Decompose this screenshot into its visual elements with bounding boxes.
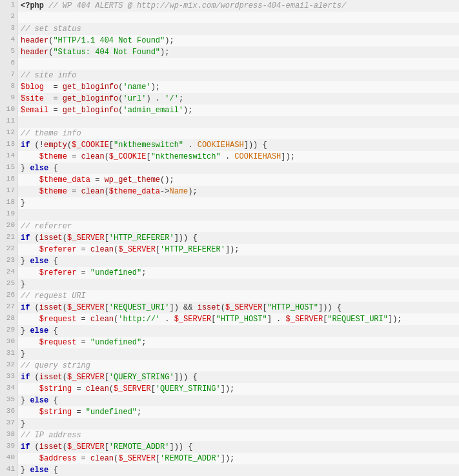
code-line: 39 if (isset($_SERVER['REMOTE_ADDR'])) { [0, 441, 459, 453]
line-number: 9 [0, 93, 18, 104]
line-number: 8 [0, 81, 18, 93]
line-number: 29 [0, 325, 18, 337]
line-number: 27 [0, 302, 18, 313]
code-line: 23 } else { [0, 255, 459, 267]
code-line: 1 <?php // WP 404 ALERTS @ http://wp-mix… [0, 0, 459, 12]
code-line: 8 $blog = get_bloginfo('name'); [0, 81, 459, 93]
code-line: 17 $theme = clean($theme_data->Name); [0, 186, 459, 197]
code-line: 34 $string = clean($_SERVER['QUERY_STRIN… [0, 383, 459, 395]
line-number: 1 [0, 0, 18, 12]
line-content: $referer = clean($_SERVER['HTTP_REFERER'… [18, 244, 459, 255]
line-content: } [18, 279, 459, 290]
line-number: 36 [0, 406, 18, 418]
line-content: // set status [18, 23, 459, 35]
line-number: 11 [0, 116, 18, 128]
code-line: 15 } else { [0, 163, 459, 174]
line-content: } [18, 348, 459, 360]
code-container: 1 <?php // WP 404 ALERTS @ http://wp-mix… [0, 0, 459, 476]
line-content: // query string [18, 360, 459, 372]
line-number: 12 [0, 128, 18, 139]
line-number: 18 [0, 197, 18, 209]
code-line: 40 $address = clean($_SERVER['REMOTE_ADD… [0, 453, 459, 464]
code-line: 25 } [0, 279, 459, 290]
line-content: if (isset($_SERVER['QUERY_STRING'])) { [18, 372, 459, 383]
line-number: 25 [0, 279, 18, 290]
line-content: // site info [18, 70, 459, 81]
line-number: 19 [0, 209, 18, 221]
code-line: 18 } [0, 197, 459, 209]
code-line: 24 $referer = "undefined"; [0, 267, 459, 279]
line-content: $request = clean('http://' . $_SERVER["H… [18, 313, 459, 325]
line-content: // theme info [18, 128, 459, 139]
code-line: 32 // query string [0, 360, 459, 372]
line-number: 10 [0, 104, 18, 116]
line-content: } else { [18, 325, 459, 337]
line-content [18, 116, 459, 128]
code-line: 35 } else { [0, 395, 459, 406]
code-line: 37 } [0, 418, 459, 430]
line-content: // IP address [18, 430, 459, 441]
line-content [18, 58, 459, 70]
code-line: 41 } else { [0, 464, 459, 476]
code-line: 28 $request = clean('http://' . $_SERVER… [0, 313, 459, 325]
line-content: $blog = get_bloginfo('name'); [18, 81, 459, 93]
code-line: 13 if (!empty($_COOKIE["nkthemeswitch" .… [0, 139, 459, 151]
code-line: 14 $theme = clean($_COOKIE["nkthemeswitc… [0, 151, 459, 163]
line-number: 21 [0, 232, 18, 244]
line-number: 37 [0, 418, 18, 430]
line-number: 20 [0, 221, 18, 232]
line-content: // referrer [18, 221, 459, 232]
line-content: if (isset($_SERVER['REMOTE_ADDR'])) { [18, 441, 459, 453]
code-line: 6 [0, 58, 459, 70]
code-line: 31 } [0, 348, 459, 360]
code-line: 22 $referer = clean($_SERVER['HTTP_REFER… [0, 244, 459, 255]
code-line: 5 header("Status: 404 Not Found"); [0, 46, 459, 58]
line-number: 40 [0, 453, 18, 464]
line-number: 28 [0, 313, 18, 325]
line-content: $request = "undefined"; [18, 337, 459, 348]
line-content: } else { [18, 163, 459, 174]
code-line: 10 $email = get_bloginfo('admin_email'); [0, 104, 459, 116]
code-line: 38 // IP address [0, 430, 459, 441]
line-content: header("Status: 404 Not Found"); [18, 46, 459, 58]
line-content: } else { [18, 255, 459, 267]
line-number: 41 [0, 464, 18, 476]
line-content: $email = get_bloginfo('admin_email'); [18, 104, 459, 116]
line-number: 23 [0, 255, 18, 267]
line-number: 22 [0, 244, 18, 255]
code-line: 2 [0, 12, 459, 23]
code-line: 26 // request URI [0, 290, 459, 302]
line-number: 35 [0, 395, 18, 406]
code-line: 36 $string = "undefined"; [0, 406, 459, 418]
code-line: 21 if (isset($_SERVER['HTTP_REFERER'])) … [0, 232, 459, 244]
code-line: 9 $site = get_bloginfo('url') . '/'; [0, 93, 459, 104]
line-number: 30 [0, 337, 18, 348]
code-line: 19 [0, 209, 459, 221]
line-content: if (isset($_SERVER['HTTP_REFERER'])) { [18, 232, 459, 244]
code-line: 20 // referrer [0, 221, 459, 232]
line-number: 13 [0, 139, 18, 151]
code-line: 7 // site info [0, 70, 459, 81]
line-number: 16 [0, 174, 18, 186]
code-line: 30 $request = "undefined"; [0, 337, 459, 348]
line-content: } else { [18, 464, 459, 476]
line-number: 2 [0, 12, 18, 23]
line-content: $theme_data = wp_get_theme(); [18, 174, 459, 186]
line-number: 5 [0, 46, 18, 58]
line-content: $address = clean($_SERVER['REMOTE_ADDR']… [18, 453, 459, 464]
line-content: $theme = clean($theme_data->Name); [18, 186, 459, 197]
line-number: 31 [0, 348, 18, 360]
line-number: 15 [0, 163, 18, 174]
line-content: $site = get_bloginfo('url') . '/'; [18, 93, 459, 104]
line-number: 14 [0, 151, 18, 163]
code-line: 3 // set status [0, 23, 459, 35]
code-line: 16 $theme_data = wp_get_theme(); [0, 174, 459, 186]
line-number: 26 [0, 290, 18, 302]
line-number: 34 [0, 383, 18, 395]
line-content [18, 12, 459, 23]
code-line: 33 if (isset($_SERVER['QUERY_STRING'])) … [0, 372, 459, 383]
line-content: header("HTTP/1.1 404 Not Found"); [18, 35, 459, 46]
line-content: $referer = "undefined"; [18, 267, 459, 279]
code-line: 4 header("HTTP/1.1 404 Not Found"); [0, 35, 459, 46]
line-content: } else { [18, 395, 459, 406]
